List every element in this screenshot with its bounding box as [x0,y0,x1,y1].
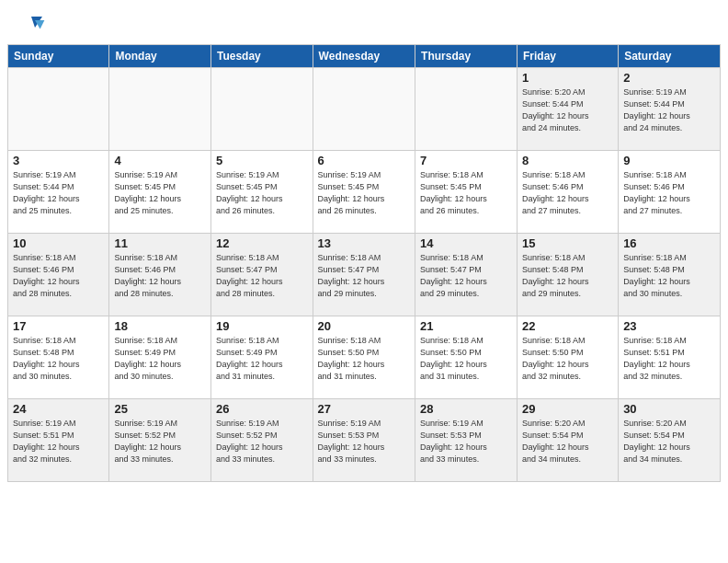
day-info: Sunrise: 5:19 AMSunset: 5:45 PMDaylight:… [114,169,206,217]
day-number: 4 [114,154,206,167]
calendar-day-cell: 9Sunrise: 5:18 AMSunset: 5:46 PMDaylight… [619,151,721,234]
day-number: 19 [216,319,308,333]
day-number: 14 [420,236,512,250]
day-number: 15 [522,236,613,250]
calendar-day-header: Wednesday [313,45,415,68]
calendar-day-cell: 29Sunrise: 5:20 AMSunset: 5:54 PMDayligh… [518,399,619,482]
calendar-day-cell: 1Sunrise: 5:20 AMSunset: 5:44 PMDaylight… [518,68,619,151]
calendar-day-header: Monday [109,45,211,68]
day-info: Sunrise: 5:20 AMSunset: 5:44 PMDaylight:… [522,86,613,134]
day-number: 1 [522,71,613,85]
calendar-day-header: Sunday [8,45,109,68]
day-info: Sunrise: 5:19 AMSunset: 5:53 PMDaylight:… [318,418,410,465]
day-number: 8 [522,154,613,167]
calendar-day-cell [313,68,415,151]
calendar-day-cell: 21Sunrise: 5:18 AMSunset: 5:50 PMDayligh… [415,316,518,399]
calendar-day-cell: 23Sunrise: 5:18 AMSunset: 5:51 PMDayligh… [619,316,721,399]
calendar-day-cell: 5Sunrise: 5:19 AMSunset: 5:45 PMDaylight… [210,151,313,234]
calendar-day-cell: 24Sunrise: 5:19 AMSunset: 5:51 PMDayligh… [8,399,109,482]
calendar-day-cell: 18Sunrise: 5:18 AMSunset: 5:49 PMDayligh… [109,316,211,399]
day-info: Sunrise: 5:18 AMSunset: 5:47 PMDaylight:… [216,252,308,300]
calendar-day-cell: 27Sunrise: 5:19 AMSunset: 5:53 PMDayligh… [313,399,415,482]
day-number: 9 [623,154,715,167]
day-number: 26 [216,402,308,416]
day-info: Sunrise: 5:18 AMSunset: 5:45 PMDaylight:… [420,169,512,217]
day-info: Sunrise: 5:18 AMSunset: 5:50 PMDaylight:… [318,335,410,383]
calendar-day-cell [210,68,313,151]
calendar-day-cell [415,68,518,151]
logo [22,13,46,39]
day-number: 23 [623,319,715,333]
day-info: Sunrise: 5:18 AMSunset: 5:50 PMDaylight:… [420,335,512,383]
day-number: 27 [318,402,410,416]
calendar-day-cell: 22Sunrise: 5:18 AMSunset: 5:50 PMDayligh… [518,316,619,399]
day-number: 29 [522,402,613,416]
day-number: 28 [420,402,512,416]
day-number: 3 [13,154,104,167]
day-info: Sunrise: 5:18 AMSunset: 5:46 PMDaylight:… [623,169,715,217]
day-info: Sunrise: 5:18 AMSunset: 5:46 PMDaylight:… [114,252,206,300]
calendar-day-cell: 30Sunrise: 5:20 AMSunset: 5:54 PMDayligh… [619,399,721,482]
day-info: Sunrise: 5:18 AMSunset: 5:49 PMDaylight:… [216,335,308,383]
day-info: Sunrise: 5:19 AMSunset: 5:52 PMDaylight:… [216,418,308,465]
day-info: Sunrise: 5:19 AMSunset: 5:45 PMDaylight:… [216,169,308,217]
day-info: Sunrise: 5:19 AMSunset: 5:52 PMDaylight:… [114,418,206,465]
day-info: Sunrise: 5:18 AMSunset: 5:49 PMDaylight:… [114,335,206,383]
day-number: 2 [623,71,715,85]
day-number: 7 [420,154,512,167]
day-number: 24 [13,402,104,416]
calendar-day-cell [8,68,109,151]
day-number: 17 [13,319,104,333]
calendar-day-cell: 3Sunrise: 5:19 AMSunset: 5:44 PMDaylight… [8,151,109,234]
day-number: 21 [420,319,512,333]
calendar-day-cell: 2Sunrise: 5:19 AMSunset: 5:44 PMDaylight… [619,68,721,151]
calendar-day-cell: 6Sunrise: 5:19 AMSunset: 5:45 PMDaylight… [313,151,415,234]
calendar-day-cell: 11Sunrise: 5:18 AMSunset: 5:46 PMDayligh… [109,234,211,316]
day-info: Sunrise: 5:18 AMSunset: 5:46 PMDaylight:… [522,169,613,217]
day-info: Sunrise: 5:18 AMSunset: 5:51 PMDaylight:… [623,335,715,383]
day-info: Sunrise: 5:18 AMSunset: 5:48 PMDaylight:… [522,252,613,300]
day-info: Sunrise: 5:20 AMSunset: 5:54 PMDaylight:… [623,418,715,465]
calendar-week-row: 3Sunrise: 5:19 AMSunset: 5:44 PMDaylight… [8,151,721,234]
day-number: 11 [114,236,206,250]
calendar-day-cell [109,68,211,151]
day-info: Sunrise: 5:20 AMSunset: 5:54 PMDaylight:… [522,418,613,465]
day-info: Sunrise: 5:19 AMSunset: 5:53 PMDaylight:… [420,418,512,465]
day-number: 22 [522,319,613,333]
day-info: Sunrise: 5:18 AMSunset: 5:47 PMDaylight:… [318,252,410,300]
calendar-header-row: SundayMondayTuesdayWednesdayThursdayFrid… [8,45,721,68]
calendar-day-cell: 7Sunrise: 5:18 AMSunset: 5:45 PMDaylight… [415,151,518,234]
calendar-day-cell: 8Sunrise: 5:18 AMSunset: 5:46 PMDaylight… [518,151,619,234]
day-info: Sunrise: 5:19 AMSunset: 5:51 PMDaylight:… [13,418,104,465]
calendar-day-cell: 19Sunrise: 5:18 AMSunset: 5:49 PMDayligh… [210,316,313,399]
calendar-body: 1Sunrise: 5:20 AMSunset: 5:44 PMDaylight… [8,68,721,482]
calendar-day-cell: 16Sunrise: 5:18 AMSunset: 5:48 PMDayligh… [619,234,721,316]
day-info: Sunrise: 5:18 AMSunset: 5:50 PMDaylight:… [522,335,613,383]
calendar-day-cell: 20Sunrise: 5:18 AMSunset: 5:50 PMDayligh… [313,316,415,399]
day-number: 6 [318,154,410,167]
calendar-day-cell: 15Sunrise: 5:18 AMSunset: 5:48 PMDayligh… [518,234,619,316]
day-number: 5 [216,154,308,167]
logo-icon [24,13,46,35]
day-number: 18 [114,319,206,333]
day-number: 16 [623,236,715,250]
day-info: Sunrise: 5:19 AMSunset: 5:45 PMDaylight:… [318,169,410,217]
day-number: 10 [13,236,104,250]
day-number: 12 [216,236,308,250]
day-info: Sunrise: 5:18 AMSunset: 5:46 PMDaylight:… [13,252,104,300]
day-number: 25 [114,402,206,416]
calendar-day-header: Saturday [619,45,721,68]
calendar-day-cell: 14Sunrise: 5:18 AMSunset: 5:47 PMDayligh… [415,234,518,316]
calendar-day-cell: 4Sunrise: 5:19 AMSunset: 5:45 PMDaylight… [109,151,211,234]
calendar-day-header: Thursday [415,45,518,68]
calendar-day-cell: 25Sunrise: 5:19 AMSunset: 5:52 PMDayligh… [109,399,211,482]
calendar-day-cell: 13Sunrise: 5:18 AMSunset: 5:47 PMDayligh… [313,234,415,316]
day-info: Sunrise: 5:18 AMSunset: 5:47 PMDaylight:… [420,252,512,300]
calendar-week-row: 17Sunrise: 5:18 AMSunset: 5:48 PMDayligh… [8,316,721,399]
day-number: 30 [623,402,715,416]
calendar-day-cell: 26Sunrise: 5:19 AMSunset: 5:52 PMDayligh… [210,399,313,482]
calendar-day-cell: 10Sunrise: 5:18 AMSunset: 5:46 PMDayligh… [8,234,109,316]
day-number: 20 [318,319,410,333]
calendar-day-header: Friday [518,45,619,68]
day-number: 13 [318,236,410,250]
